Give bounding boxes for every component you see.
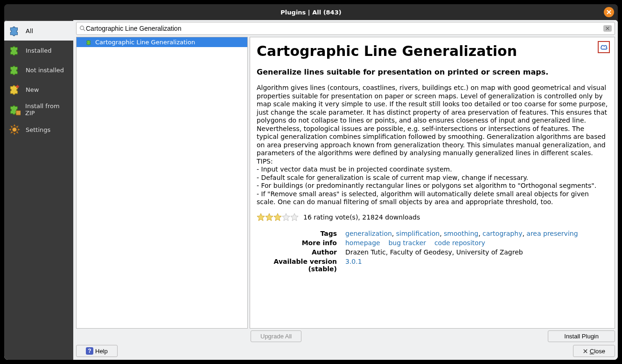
meta-label-version: Available version (stable) [257, 258, 345, 273]
window-title: Plugins | All (843) [280, 9, 341, 16]
plugin-title: Cartographic Line Generalization [257, 43, 608, 59]
sidebar-tab-label: Install from ZIP [25, 103, 70, 117]
plugin-list[interactable]: Cartographic Line Generalization [76, 37, 248, 329]
plugin-meta: Tags generalization, simplification, smo… [257, 230, 608, 273]
svg-point-2 [13, 128, 17, 132]
clear-icon [606, 27, 609, 30]
meta-author: Drazen Tutic, Faculty of Geodesy, Univer… [345, 248, 523, 256]
sidebar-tab-label: New [26, 86, 39, 93]
puzzle-zip-icon [8, 103, 21, 116]
sidebar-tab-all[interactable]: All [4, 21, 73, 41]
star-icon [257, 213, 265, 221]
tag-link[interactable]: cartography [482, 230, 522, 237]
star-empty-icon [290, 213, 299, 221]
bugtracker-link[interactable]: bug tracker [388, 239, 426, 247]
sidebar-tab-label: Installed [26, 47, 51, 54]
plugin-list-item[interactable]: Cartographic Line Generalization [77, 37, 247, 47]
puzzle-not-installed-icon [8, 63, 21, 76]
puzzle-all-icon [8, 24, 21, 37]
svg-rect-1 [16, 110, 21, 115]
meta-label-moreinfo: More info [257, 239, 345, 247]
sidebar-tab-new[interactable]: New [4, 80, 73, 99]
tag-link[interactable]: generalization [345, 230, 392, 237]
sidebar-tab-settings[interactable]: Settings [4, 120, 73, 139]
help-icon: ? [86, 347, 93, 355]
sidebar-tab-not-installed[interactable]: Not installed [4, 60, 73, 80]
close-small-icon [583, 349, 588, 354]
help-button[interactable]: ? Help [76, 345, 118, 357]
sidebar-tab-label: All [26, 27, 33, 34]
star-icon [273, 213, 282, 221]
window-close-button[interactable] [604, 7, 614, 17]
sidebar-tab-install-from-zip[interactable]: Install from ZIP [4, 99, 73, 120]
sidebar-tab-installed[interactable]: Installed [4, 41, 73, 60]
meta-tags: generalization, simplification, smoothin… [345, 230, 578, 237]
svg-marker-7 [274, 213, 281, 220]
rating-stars[interactable] [257, 213, 299, 221]
svg-marker-9 [291, 213, 298, 220]
gear-icon [8, 123, 21, 136]
plugin-subtitle: Generalize lines suitable for presentati… [257, 68, 608, 76]
plugin-details: Cartographic Line Generalization General… [250, 37, 615, 329]
repository-link[interactable]: code repository [434, 239, 485, 247]
sidebar-tab-label: Not installed [26, 67, 64, 74]
star-empty-icon [282, 213, 290, 221]
meta-label-author: Author [257, 248, 345, 256]
clear-search-button[interactable] [603, 25, 612, 32]
star-icon [265, 213, 273, 221]
sidebar: All Installed Not installed New [4, 20, 73, 360]
search-input[interactable] [86, 25, 603, 32]
svg-marker-6 [266, 213, 273, 220]
tag-link[interactable]: area preserving [526, 230, 578, 237]
upgrade-all-button: Upgrade All [251, 330, 301, 342]
rating-text: 16 rating vote(s), 21824 downloads [303, 213, 420, 221]
svg-marker-8 [282, 213, 290, 220]
puzzle-new-icon [8, 83, 21, 96]
plugin-description: Algorithm gives lines (contours, coastli… [257, 84, 608, 206]
plugin-badge-icon [598, 41, 610, 53]
close-icon [606, 9, 612, 15]
rating-row: 16 rating vote(s), 21824 downloads [257, 213, 608, 221]
puzzle-installed-icon [8, 44, 21, 57]
tag-link[interactable]: smoothing [444, 230, 478, 237]
puzzle-small-icon [86, 39, 92, 46]
search-box [76, 22, 615, 35]
plugin-list-item-label: Cartographic Line Generalization [95, 39, 195, 46]
search-icon [79, 25, 86, 32]
close-button[interactable]: Close [573, 345, 615, 357]
titlebar: Plugins | All (843) [4, 4, 618, 20]
svg-marker-5 [257, 213, 265, 220]
sidebar-tab-label: Settings [26, 126, 50, 133]
svg-point-3 [80, 26, 84, 30]
version-link[interactable]: 3.0.1 [345, 258, 362, 265]
tag-link[interactable]: simplification [396, 230, 440, 237]
meta-moreinfo: homepage bug tracker code repository [345, 239, 485, 247]
meta-label-tags: Tags [257, 230, 345, 237]
install-plugin-button[interactable]: Install Plugin [548, 330, 615, 342]
homepage-link[interactable]: homepage [345, 239, 380, 247]
svg-line-4 [84, 29, 85, 31]
